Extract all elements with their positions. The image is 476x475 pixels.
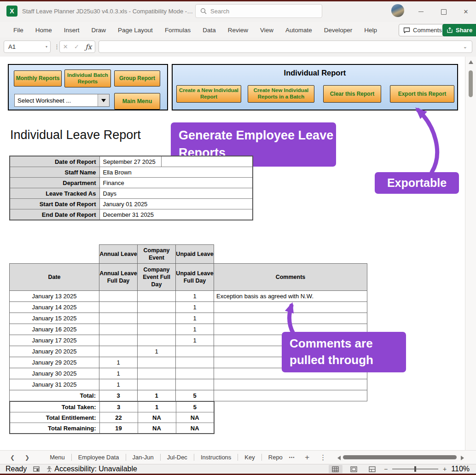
cancel-entry-icon[interactable]: ✕ — [63, 43, 68, 50]
summary-label: Total Remaining: — [10, 423, 99, 434]
tab-page-layout[interactable]: Page Layout — [112, 22, 159, 38]
vertical-scrollbar[interactable] — [465, 57, 476, 450]
date-cell: January 13 2025 — [10, 291, 99, 302]
annual-cell: 1 — [99, 357, 138, 368]
cell-reference: A1 — [8, 43, 16, 50]
column-header: Annual Leave Full Day — [99, 264, 138, 291]
tab-home[interactable]: Home — [29, 22, 58, 38]
info-label: Date of Report — [10, 156, 99, 167]
sheet-tab-employee-data[interactable]: Employee Data — [72, 451, 126, 464]
insert-function-icon[interactable]: ƒx — [85, 43, 92, 51]
create-new-individual-report-button[interactable]: Create a New Individual Report — [176, 85, 241, 103]
hscroll-right-icon[interactable] — [461, 456, 464, 460]
window-title: Staff Leave Planner JD25u30 v4.0.3.xls -… — [22, 8, 193, 15]
zoom-in-button[interactable]: + — [443, 465, 447, 473]
sheet-tab-key[interactable]: Key — [238, 451, 261, 464]
zoom-out-button[interactable]: − — [384, 465, 388, 473]
group-report-button[interactable]: Group Report — [114, 70, 160, 87]
sheet-nav-right-icon[interactable]: ❯ — [25, 454, 29, 461]
report-info-table: Date of Report September 27 2025 Staff N… — [9, 156, 253, 220]
minimize-button[interactable] — [411, 1, 431, 22]
zoom-slider[interactable] — [392, 469, 438, 469]
annual-cell — [99, 346, 138, 357]
tab-developer[interactable]: Developer — [318, 22, 359, 38]
column-header: Comments — [214, 264, 367, 291]
sheet-tab-menu[interactable]: Menu — [43, 451, 71, 464]
main-menu-button[interactable]: Main Menu — [114, 93, 160, 110]
company-cell — [138, 368, 176, 379]
column-header-row: Date Annual Leave Full Day Company Event… — [10, 264, 367, 291]
date-cell: January 20 2025 — [10, 346, 99, 357]
annual-cell — [99, 335, 138, 346]
info-value: Finance — [99, 178, 253, 188]
tab-data[interactable]: Data — [197, 22, 222, 38]
search-input[interactable]: Search — [195, 4, 322, 18]
table-row: Start Date of Report January 01 2025 — [10, 199, 253, 209]
hscroll-left-icon[interactable] — [337, 456, 341, 460]
vertical-scrollbar-thumb[interactable] — [469, 70, 473, 97]
tab-file[interactable]: File — [7, 22, 29, 38]
total-company: 1 — [138, 390, 176, 401]
company-cell — [138, 335, 176, 346]
tab-help[interactable]: Help — [358, 22, 383, 38]
macro-record-icon[interactable] — [33, 466, 40, 472]
worksheet-canvas[interactable]: Monthly Reports Individual Batch Reports… — [0, 57, 465, 450]
formula-buttons: ✕ ✓ ƒx — [59, 41, 95, 53]
comment-cell — [214, 379, 367, 390]
create-batch-reports-button[interactable]: Create New Individual Reports in a Batch — [248, 85, 314, 103]
sheet-tab-instructions[interactable]: Instructions — [194, 451, 238, 464]
scroll-up-icon[interactable] — [469, 60, 473, 64]
zoom-slider-handle[interactable] — [414, 466, 416, 472]
add-sheet-button[interactable]: + — [305, 453, 309, 462]
close-icon: ✕ — [464, 8, 469, 15]
comments-arrow — [276, 298, 308, 335]
sheet-nav-left-icon[interactable]: ❮ — [10, 454, 15, 461]
table-row: January 31 2025 1 — [10, 379, 367, 390]
minimize-icon — [418, 12, 424, 12]
export-report-button[interactable]: Export this Report — [390, 85, 454, 103]
individual-batch-reports-button[interactable]: Individual Batch Reports — [64, 70, 111, 87]
accessibility-icon[interactable] — [46, 466, 52, 472]
sheet-tab-jan-jun[interactable]: Jan-Jun — [126, 451, 160, 464]
share-button[interactable]: Share ⌄ — [442, 24, 476, 36]
tab-automate[interactable]: Automate — [279, 22, 318, 38]
monthly-reports-button[interactable]: Monthly Reports — [14, 70, 62, 87]
page-layout-view-button[interactable] — [347, 465, 361, 473]
confirm-entry-icon[interactable]: ✓ — [74, 43, 79, 50]
dropdown-arrow-button[interactable] — [98, 94, 109, 106]
sheet-options-icon[interactable]: ⋮ — [319, 453, 326, 462]
info-value: Days — [99, 188, 253, 199]
tab-insert[interactable]: Insert — [58, 22, 86, 38]
table-row: Staff Name Ella Brown — [10, 167, 253, 178]
tab-draw[interactable]: Draw — [86, 22, 112, 38]
info-value: January 01 2025 — [99, 199, 253, 209]
clear-report-button[interactable]: Clear this Report — [323, 85, 381, 103]
maximize-button[interactable] — [434, 1, 454, 22]
page-title: Individual Leave Report — [10, 128, 141, 142]
formula-input[interactable]: ⌄ — [99, 41, 472, 53]
summary-company: 1 — [138, 401, 176, 412]
worksheet-select-dropdown[interactable]: Select Worksheet ... — [14, 94, 110, 107]
avatar[interactable] — [391, 4, 404, 17]
horizontal-scrollbar-thumb[interactable] — [343, 455, 457, 459]
unpaid-cell — [176, 379, 214, 390]
annual-cell — [99, 313, 138, 324]
info-value: September 27 2025 — [99, 156, 161, 167]
tab-view[interactable]: View — [254, 22, 279, 38]
tab-review[interactable]: Review — [222, 22, 254, 38]
info-value: Ella Brown — [99, 167, 253, 178]
comments-button[interactable]: Comments — [399, 24, 447, 36]
leave-type-header-row: Annual Leave Company Event Unpaid Leave — [10, 245, 367, 264]
sheet-tab-report[interactable]: Repo — [262, 451, 289, 464]
zoom-level[interactable]: 110% — [451, 465, 470, 473]
date-cell: January 30 2025 — [10, 368, 99, 379]
tab-formulas[interactable]: Formulas — [159, 22, 197, 38]
sheet-tab-jul-dec[interactable]: Jul-Dec — [161, 451, 194, 464]
normal-view-button[interactable] — [329, 465, 342, 473]
name-box[interactable]: A1 ▾ — [4, 41, 51, 53]
page-break-view-button[interactable] — [366, 465, 379, 473]
close-button[interactable]: ✕ — [456, 1, 476, 22]
export-arrow — [394, 102, 465, 175]
comment-bubble-icon — [403, 27, 410, 33]
worksheet-select-value: Select Worksheet ... — [17, 97, 71, 104]
